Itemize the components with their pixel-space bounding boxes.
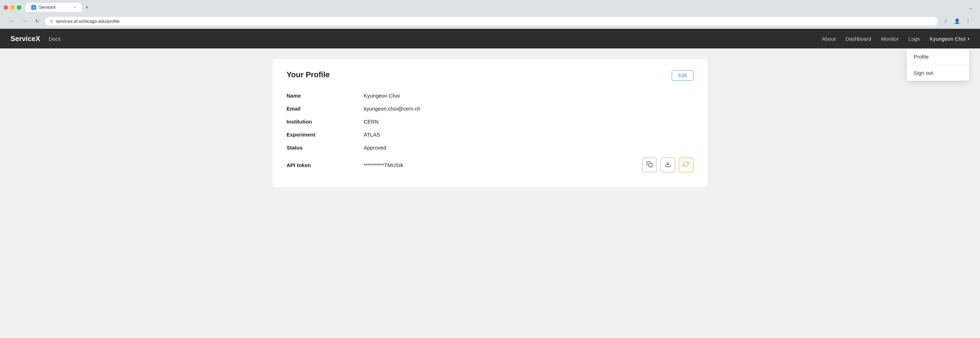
new-tab-button[interactable]: +	[82, 3, 92, 12]
url-text: servicex.af.uchicago.edu/profile	[56, 19, 119, 24]
label-status: Status	[286, 145, 364, 151]
address-bar-row: ← → ↻ ⊕ servicex.af.uchicago.edu/profile…	[3, 14, 977, 29]
address-bar[interactable]: ⊕ servicex.af.uchicago.edu/profile	[45, 17, 938, 26]
value-institution: CERN	[364, 119, 379, 124]
browser-chrome: S ServiceX × + ⌄ ← → ↻ ⊕ servicex.af.uch…	[0, 0, 980, 29]
value-name: Kyungeon Choi	[364, 92, 400, 99]
profile-card: Your Profile Edit Name Kyungeon Choi Ema…	[272, 59, 708, 187]
app-navbar: ServiceX Docs About Dashboard Monitor Lo…	[0, 29, 980, 48]
value-experiment: ATLAS	[364, 132, 380, 137]
minimize-window-button[interactable]	[10, 5, 15, 10]
profile-table: Name Kyungeon Choi Email kyungeon.choi@c…	[286, 89, 694, 176]
download-icon	[665, 161, 671, 169]
docs-link[interactable]: Docs	[49, 36, 61, 42]
security-icon: ⊕	[50, 19, 53, 24]
monitor-link[interactable]: Monitor	[881, 36, 899, 42]
profile-button[interactable]: 👤	[952, 16, 962, 26]
label-institution: Institution	[286, 119, 364, 124]
label-experiment: Experiment	[286, 132, 364, 137]
value-email: kyungeon.choi@cern.ch	[364, 106, 420, 112]
caret-icon: ▾	[968, 37, 969, 41]
download-token-button[interactable]	[660, 158, 675, 172]
profile-row-name: Name Kyungeon Choi	[286, 89, 694, 102]
user-dropdown-menu: Profile Sign out	[906, 48, 969, 81]
address-bar-actions: ☆ 👤 ⋮	[941, 16, 973, 26]
refresh-token-button[interactable]	[679, 158, 694, 172]
tab-favicon: S	[31, 5, 36, 10]
dashboard-link[interactable]: Dashboard	[845, 36, 871, 42]
label-name: Name	[286, 92, 364, 99]
active-tab[interactable]: S ServiceX ×	[25, 3, 82, 12]
profile-row-status: Status Approved	[286, 141, 694, 154]
label-api-token: API token	[286, 162, 364, 168]
about-link[interactable]: About	[822, 36, 835, 42]
value-api-token: **********TMUSIk	[364, 162, 403, 168]
profile-title: Your Profile	[286, 70, 694, 79]
profile-row-experiment: Experiment ATLAS	[286, 128, 694, 141]
forward-button[interactable]: →	[20, 16, 29, 26]
label-email: Email	[286, 106, 364, 112]
app-brand: ServiceX	[11, 35, 40, 43]
nav-right: About Dashboard Monitor Logs Kyungeon Ch…	[822, 36, 969, 42]
tab-close-button[interactable]: ×	[74, 5, 76, 10]
user-name: Kyungeon Choi	[929, 36, 966, 42]
bookmark-button[interactable]: ☆	[941, 16, 951, 26]
main-content: Your Profile Edit Name Kyungeon Choi Ema…	[0, 48, 980, 336]
expand-tabs-button[interactable]: ⌄	[965, 3, 977, 12]
tab-bar: S ServiceX × + ⌄	[25, 3, 977, 12]
profile-menu-item[interactable]: Profile	[907, 49, 969, 65]
value-status: Approved	[364, 145, 386, 151]
back-button[interactable]: ←	[7, 16, 17, 26]
close-window-button[interactable]	[3, 5, 8, 10]
refresh-icon	[683, 161, 689, 169]
title-bar: S ServiceX × + ⌄	[3, 3, 977, 12]
copy-token-button[interactable]	[642, 158, 657, 172]
refresh-button[interactable]: ↻	[32, 16, 42, 26]
profile-row-api-token: API token **********TMUSIk	[286, 154, 694, 176]
edit-button[interactable]: Edit	[672, 70, 694, 81]
maximize-window-button[interactable]	[17, 5, 21, 10]
tab-title: ServiceX	[39, 5, 56, 10]
copy-icon	[646, 161, 653, 169]
api-token-actions	[642, 158, 694, 172]
traffic-lights	[3, 5, 21, 10]
logs-link[interactable]: Logs	[908, 36, 920, 42]
profile-row-institution: Institution CERN	[286, 115, 694, 128]
signout-menu-item[interactable]: Sign out	[907, 65, 969, 81]
profile-row-email: Email kyungeon.choi@cern.ch	[286, 102, 694, 115]
menu-button[interactable]: ⋮	[963, 16, 973, 26]
svg-rect-0	[649, 164, 652, 167]
user-menu-trigger[interactable]: Kyungeon Choi ▾	[929, 36, 969, 42]
